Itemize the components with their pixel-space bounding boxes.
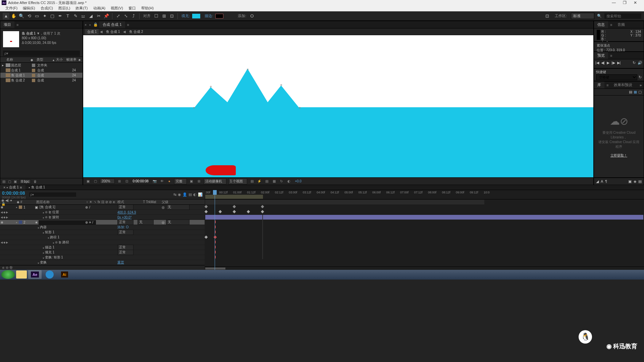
pixel-aspect-icon[interactable]: ▤ [249,179,255,183]
add-button[interactable]: O [249,13,255,19]
flow-fish2[interactable]: 鱼 合成 2 [127,29,145,35]
timeline-property[interactable]: ▸ 内容 添加: O [0,225,205,230]
close-button[interactable]: ✕ [632,0,639,5]
flowchart-icon[interactable]: ▦ [271,179,277,183]
preview-tab[interactable]: 预览 [594,52,608,59]
axis-world-icon[interactable]: ⤡ [122,13,129,19]
close-tab-icon[interactable]: × [3,186,5,189]
info-tab[interactable]: 信息 [594,21,608,28]
grid-icon[interactable]: ⊡ [124,179,129,183]
axis-view-icon[interactable]: ⤴ [130,13,137,19]
view-large-icon[interactable]: ▢ [638,90,642,94]
col-parent[interactable]: 父级 [162,200,199,204]
snap-opt-icon[interactable]: ⊞ [161,13,167,19]
timeline-property[interactable]: ▸ 路径 1 [0,235,205,240]
panel-menu-icon[interactable]: ≡ [125,23,131,27]
col-name[interactable]: 名称 [0,57,31,62]
project-item[interactable]: 鱼 合成 2 合成 24 [0,78,83,83]
menu-composition[interactable]: 合成(C) [38,6,56,11]
start-button[interactable] [1,270,15,279]
para-icon[interactable]: ¶ [605,179,607,183]
new-folder-icon[interactable]: ▢ [8,180,11,183]
play-button[interactable]: ▶ [607,61,609,65]
minimize-button[interactable]: — [610,0,618,5]
lib-link[interactable]: 立即获取！ [610,153,627,158]
keyframe[interactable] [261,210,264,214]
show-snapshot-icon[interactable]: 👁 [159,179,165,183]
after-effects-task[interactable]: Ae [28,270,42,279]
project-item[interactable]: 合成 1 合成 24 [0,68,83,73]
interpret-icon[interactable]: ▤ [2,180,5,183]
layer-bar[interactable] [205,200,484,204]
expand-icon[interactable]: » [638,83,644,87]
flow-fish1[interactable]: 鱼 合成 1 [104,29,122,35]
fill-label[interactable]: 填充: [181,13,190,18]
timeline-property[interactable]: ◀ ◆ ▶ ▸ ⊙ ⊵ 位置 400.0, 624.9 [0,210,205,215]
brushes-icon[interactable]: ▤ [638,179,642,184]
flow-comp1[interactable]: 合成 1 [85,29,99,35]
project-depth[interactable]: 8 bpc [19,179,31,184]
toggle-switches-icon[interactable]: ⊕ ⊖ 骨 [2,265,13,270]
panel-menu-icon[interactable]: ≡ [14,23,20,27]
camera-select[interactable]: 活动摄像机 [204,178,226,184]
menu-effect[interactable]: 效果(T) [73,6,90,11]
close-tab-icon[interactable]: × [83,23,88,27]
exposure-icon[interactable]: ◐ [286,179,291,183]
camera-tool[interactable]: ▭ [34,13,40,19]
clone-tool[interactable]: ⚍ [80,13,87,19]
snapshot-icon[interactable]: 📷 [152,179,157,183]
snap-toggle[interactable]: ☐ [153,13,160,19]
col-mode[interactable]: 模式 [117,200,138,204]
shortcut-select[interactable]: 空格键 [596,74,637,80]
snap-opt2-icon[interactable]: ⊡ [168,13,175,19]
pan-behind-tool[interactable]: ✦ [41,13,48,19]
timeline-property[interactable]: ▸ 描边 1 正常 [0,245,205,250]
zoom-slider[interactable] [205,267,225,269]
timeline-property[interactable]: ▸ 变换 重置 [0,260,205,265]
timeline-icon[interactable]: ▤ [264,179,269,183]
reset-icon[interactable]: ↻ [639,75,642,79]
exposure-value[interactable]: +0.0 [293,179,303,183]
text-tool[interactable]: T [64,13,71,19]
new-comp-icon[interactable]: ▣ [14,180,17,183]
menu-edit[interactable]: 编辑(E) [20,6,38,11]
delete-icon[interactable]: 🗑 [34,180,37,183]
keyframe-selected[interactable] [214,236,217,239]
zoom-tool[interactable]: 🔍 [18,13,25,19]
menu-help[interactable]: 帮助(H) [139,6,156,11]
composition-viewer[interactable] [83,35,593,177]
pen-tool[interactable]: ✒ [57,13,63,19]
menu-animation[interactable]: 动画(A) [91,6,108,11]
project-item[interactable]: ▸ 固态层 文件夹 [0,63,83,68]
col-framerate[interactable]: 帧速率 [66,57,76,62]
explorer-task[interactable] [16,270,27,279]
shy-icon[interactable]: 👤 [182,192,187,197]
sync-icon[interactable]: ⊡ [544,13,551,19]
comp-mini-flow-icon[interactable]: ↹ [173,192,176,197]
project-tab[interactable]: 项目 [0,21,14,28]
rect-tool[interactable]: ▢ [49,13,56,19]
puppet-tool[interactable]: 📌 [103,13,110,19]
col-trkmat[interactable]: T TrkMat [138,200,162,204]
frame-blend-icon[interactable]: ▤ [189,192,192,197]
views-select[interactable]: 1 个视图 [228,178,247,184]
resolution-select[interactable]: 完整 [174,178,187,184]
brush-tool[interactable]: ✎ [72,13,79,19]
axis-local-icon[interactable]: ⤢ [115,13,121,19]
timeline-property[interactable]: ▸ 矩形 1 正常 [0,230,205,235]
char-icon[interactable]: A [601,179,603,183]
audio-tab[interactable]: 音频 [614,21,628,28]
col-size[interactable]: 大小 [56,57,66,62]
reset-exp-icon[interactable]: ↻ [279,179,284,183]
alpha-icon[interactable]: ▣ [85,179,91,183]
illustrator-task[interactable]: Ai [58,270,71,279]
rgb-icon[interactable]: ● [167,179,172,183]
lock-icon[interactable]: 🔒 [92,22,99,27]
keyframe[interactable] [205,236,208,239]
playhead[interactable] [215,190,215,270]
layer-bar-selected[interactable] [205,215,643,220]
qq-task[interactable] [43,270,56,279]
library-tab[interactable]: 库 [594,81,604,88]
eraser-tool[interactable]: ◢ [88,13,94,19]
project-search-input[interactable] [3,51,80,56]
